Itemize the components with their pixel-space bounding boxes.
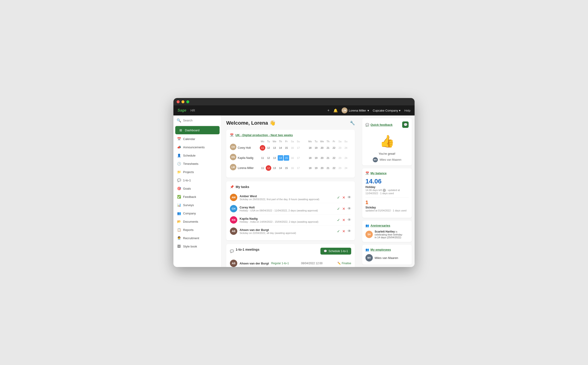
- calendar-header: Mo Tu We Th Fr Sa Su Mo Tu We: [230, 140, 351, 143]
- quick-feedback-title: Quick feedback: [370, 123, 393, 126]
- app-window: Sage HR + 🔔 LM Lorena Miller ▾ Cupcake C…: [173, 98, 415, 267]
- list-item: KN Kapila Nadig Holiday - India on 14/04…: [230, 214, 351, 226]
- sidebar-item-label: Documents: [183, 220, 198, 223]
- week2-cells: 18 19 20 21 22 23 24: [307, 155, 351, 161]
- day-cell: 11: [260, 165, 265, 171]
- finalise-button[interactable]: ✏️ Finalise: [337, 262, 351, 265]
- sidebar-item-schedule[interactable]: 👤 Schedule: [173, 151, 221, 160]
- sidebar-item-feedback[interactable]: ✅ Feedback: [173, 193, 221, 201]
- task-description: Holiday - India on 14/04/2022 - 15/04/20…: [240, 220, 335, 223]
- view-button[interactable]: 👁: [347, 229, 351, 233]
- quick-feedback-header: 💬 Quick feedback 💬: [365, 121, 409, 128]
- sidebar-item-reports[interactable]: 📋 Reports: [173, 226, 221, 234]
- sidebar-item-label: Style book: [183, 245, 197, 248]
- minimize-dot[interactable]: [181, 100, 184, 103]
- meeting-type[interactable]: Regular 1-to-1: [271, 262, 299, 265]
- sidebar-item-1to1[interactable]: 💬 1-to-1: [173, 176, 221, 184]
- page-title: Welcome, Lorena 👋: [226, 120, 276, 126]
- list-item: CH Corey Holt Holiday - USA on 08/04/202…: [230, 203, 351, 214]
- tasks-title: My tasks: [236, 185, 249, 189]
- reject-button[interactable]: ✕: [342, 207, 345, 211]
- sidebar-item-recruitment[interactable]: 🧑‍💼 Recruitment: [173, 234, 221, 242]
- sidebar-item-goals[interactable]: 🎯 Goals: [173, 184, 221, 193]
- user-menu[interactable]: LM Lorena Miller ▾: [341, 107, 369, 113]
- sidebar-item-company[interactable]: 👥 Company: [173, 209, 221, 218]
- sidebar-item-stylebook[interactable]: 🖼 Style book: [173, 242, 221, 250]
- top-nav-right: + 🔔 LM Lorena Miller ▾ Cupcake Company ▾…: [327, 107, 411, 113]
- sidebar-item-announcements[interactable]: 📣 Announcements: [173, 143, 221, 151]
- help-button[interactable]: Help: [404, 109, 411, 112]
- employee-name: Miles van Maaren: [375, 256, 398, 260]
- calendar-grid: Mo Tu We Th Fr Sa Su Mo Tu We: [230, 140, 351, 174]
- search-input[interactable]: [183, 119, 218, 122]
- day-header-mo2: Mo: [307, 140, 313, 143]
- employees-header-left: 👥 My employees: [365, 248, 391, 251]
- anniversaries-card: 👥 Anniversaries SH Scarlett Hartley is c…: [362, 221, 412, 242]
- schedule-title: UK - Digital production - Next two weeks: [235, 133, 293, 137]
- app-body: 🔍 ⊞ Dashboard 📅 Calendar 📣 Announcements: [173, 115, 415, 267]
- thumbs-up-image: 👍: [365, 131, 409, 152]
- reject-button[interactable]: ✕: [342, 218, 345, 222]
- sidebar-item-surveys[interactable]: 📊 Surveys: [173, 201, 221, 209]
- day-cell: 20: [319, 155, 325, 161]
- schedule-meeting-button[interactable]: 💬 Schedule 1-to-1: [320, 248, 351, 255]
- sidebar-item-timesheets[interactable]: 🕒 Timesheets: [173, 160, 221, 168]
- sidebar-item-dashboard[interactable]: ⊞ Dashboard: [175, 126, 220, 134]
- add-button[interactable]: +: [327, 108, 329, 112]
- schedule-header[interactable]: 📅 UK - Digital production - Next two wee…: [230, 133, 351, 137]
- approve-button[interactable]: ✓: [337, 229, 340, 233]
- approve-button[interactable]: ✓: [337, 207, 340, 211]
- meeting-person-name: Ahsen van der Burgt: [240, 262, 269, 265]
- sidebar-item-calendar[interactable]: 📅 Calendar: [173, 135, 221, 143]
- sidebar-item-label: Company: [183, 212, 196, 215]
- avatar: CH: [230, 205, 237, 212]
- thumbs-up-emoji: 👍: [380, 134, 395, 148]
- sidebar: 🔍 ⊞ Dashboard 📅 Calendar 📣 Announcements: [173, 115, 222, 267]
- reject-button[interactable]: ✕: [342, 195, 345, 200]
- maximize-dot[interactable]: [186, 100, 189, 103]
- avatar: SH: [365, 231, 373, 238]
- holiday-days-left: 14.06 days left: [365, 189, 382, 191]
- day-cell: 11: [260, 155, 265, 161]
- schedule-section: 📅 UK - Digital production - Next two wee…: [226, 130, 355, 178]
- approve-button[interactable]: ✓: [337, 195, 340, 200]
- day-cell: 13: [272, 155, 277, 161]
- schedule-btn-label: Schedule 1-to-1: [328, 250, 348, 253]
- timesheets-icon: 🕒: [177, 162, 181, 166]
- task-description: Sickday on 22/04/2022, all day (awaiting…: [240, 232, 335, 234]
- employee-name: Kapila Nadig: [238, 156, 253, 160]
- sidebar-item-label: Dashboard: [185, 129, 200, 132]
- day-header-sa: Sa: [290, 140, 295, 143]
- anniversaries-icon: 👥: [365, 224, 369, 227]
- sidebar-item-documents[interactable]: 📂 Documents: [173, 218, 221, 226]
- approve-button[interactable]: ✓: [337, 218, 340, 222]
- task-actions: ✓ ✕ 👁: [337, 229, 351, 233]
- bell-button[interactable]: 🔔: [333, 108, 338, 113]
- task-description: Holiday - USA on 08/04/2022 - 11/04/2022…: [240, 209, 335, 212]
- new-feedback-button[interactable]: 💬: [402, 121, 409, 128]
- avatar: MV: [365, 254, 373, 261]
- schedule-icon: 👤: [177, 154, 181, 157]
- reject-button[interactable]: ✕: [342, 229, 345, 233]
- search-bar[interactable]: 🔍: [173, 115, 221, 126]
- settings-icon[interactable]: 🔧: [350, 120, 355, 126]
- day-cell: 18: [307, 145, 313, 151]
- day-cell: 12: [266, 155, 271, 161]
- calendar-icon: 📅: [177, 137, 181, 141]
- day-header-fr: Fr: [284, 140, 289, 143]
- week2-cells: 18 19 20 21 22 23 24: [307, 145, 351, 151]
- week1-cells: 11 12 13 14 15 16 17: [260, 145, 304, 151]
- sidebar-item-projects[interactable]: 📁 Projects: [173, 168, 221, 176]
- meetings-header-row: 💬 1-to-1 meetings 💬 Schedule 1-to-1: [230, 248, 351, 255]
- feedback-username: Miles van Maaren: [380, 158, 402, 161]
- view-button[interactable]: 👁: [347, 207, 351, 211]
- day-cell: 22: [331, 145, 337, 151]
- title-bar: [173, 98, 415, 105]
- view-button[interactable]: 👁: [347, 195, 351, 199]
- employees-icon: 👥: [365, 248, 369, 251]
- dashboard-icon: ⊞: [179, 128, 183, 132]
- day-cell: 14: [278, 155, 283, 161]
- company-menu[interactable]: Cupcake Company ▾: [373, 109, 401, 112]
- view-button[interactable]: 👁: [347, 218, 351, 222]
- close-dot[interactable]: [177, 100, 180, 103]
